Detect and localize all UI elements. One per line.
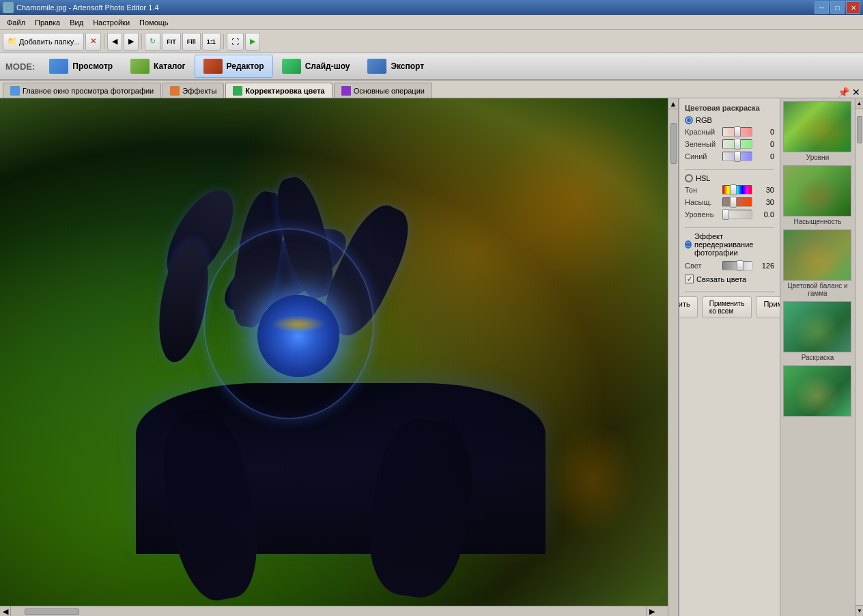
tab-bar: Главное окно просмотра фотографии Эффект… bbox=[0, 81, 863, 98]
tab-effects-icon bbox=[170, 86, 180, 96]
red-slider[interactable] bbox=[722, 127, 752, 137]
green-slider[interactable] bbox=[722, 139, 752, 149]
play-button[interactable]: ▶ bbox=[245, 33, 260, 51]
tab-effects[interactable]: Эффекты bbox=[162, 83, 224, 98]
zoom-1-1-button[interactable]: 1:1 bbox=[202, 33, 221, 51]
menu-help[interactable]: Помощь bbox=[135, 17, 173, 28]
vertical-scrollbar[interactable]: ▲ bbox=[668, 98, 678, 616]
hue-value: 30 bbox=[755, 186, 774, 194]
h-scroll-thumb[interactable] bbox=[25, 608, 79, 615]
menu-edit[interactable]: Правка bbox=[31, 17, 64, 28]
tab-basic-ops[interactable]: Основные операции bbox=[334, 83, 432, 98]
fit-button[interactable]: FIT bbox=[162, 33, 181, 51]
red-label: Красный bbox=[685, 128, 722, 136]
sidebar-scroll-up[interactable]: ▲ bbox=[855, 98, 863, 109]
red-value: 0 bbox=[755, 128, 774, 136]
main-image bbox=[0, 98, 678, 616]
apply-all-button[interactable]: Применить ко всем bbox=[702, 296, 752, 318]
scroll-right-button[interactable]: ▶ bbox=[646, 606, 657, 617]
extra-thumb-img bbox=[783, 365, 851, 417]
link-colors-label: Связать цвета bbox=[696, 275, 746, 283]
mode-editor-button[interactable]: Редактор bbox=[195, 55, 273, 78]
rgb-radio[interactable] bbox=[685, 116, 693, 124]
back-button[interactable]: ◀ bbox=[107, 33, 122, 51]
window-title: Chamomile.jpg - Artensoft Photo Editor 1… bbox=[16, 3, 159, 12]
reset-button[interactable]: Сбросить bbox=[679, 296, 698, 318]
panel-close-button[interactable]: ✕ bbox=[852, 87, 860, 98]
fill-button[interactable]: Fill bbox=[182, 33, 201, 51]
mode-slideshow-label: Слайд-шоу bbox=[305, 61, 350, 71]
sat-label: Насыщ. bbox=[685, 198, 722, 206]
levels-thumbnail[interactable]: Уровни bbox=[783, 101, 852, 161]
light-slider[interactable] bbox=[722, 261, 752, 270]
mode-view-label: Просмотр bbox=[72, 61, 113, 71]
sat-thumb-img bbox=[783, 165, 851, 216]
minimize-button[interactable]: ─ bbox=[815, 1, 829, 14]
scroll-up-button[interactable]: ▲ bbox=[668, 98, 678, 109]
refresh-button[interactable]: ↻ bbox=[145, 33, 160, 51]
tab-color-correction[interactable]: Корректировка цвета bbox=[225, 83, 332, 98]
panel-pin-button[interactable]: 📌 bbox=[838, 87, 849, 98]
tab-main-view[interactable]: Главное окно просмотра фотографии bbox=[3, 83, 161, 98]
link-colors-checkbox[interactable] bbox=[685, 275, 694, 283]
mode-bar: MODE: Просмотр Каталог Редактор Слайд-шо… bbox=[0, 53, 863, 81]
view-mode-icon bbox=[49, 59, 68, 74]
horizontal-scrollbar[interactable]: ◀ ▶ bbox=[0, 606, 668, 616]
mode-label: MODE: bbox=[5, 61, 35, 72]
add-folder-button[interactable]: 📁 Добавить папку... bbox=[3, 33, 84, 51]
sat-label-text: Насыщенность bbox=[783, 218, 852, 225]
extra-thumbnail[interactable] bbox=[783, 365, 852, 418]
editor-mode-icon bbox=[203, 59, 223, 74]
colorization-thumbnail[interactable]: Раскраска bbox=[783, 301, 852, 361]
app-icon bbox=[3, 2, 14, 13]
green-label: Зеленый bbox=[685, 140, 722, 148]
fullscreen-button[interactable]: ⛶ bbox=[227, 33, 244, 51]
maximize-button[interactable]: □ bbox=[830, 1, 845, 14]
level-label: Уровень bbox=[685, 210, 722, 219]
rgb-label: RGB bbox=[696, 116, 712, 124]
sat-slider[interactable] bbox=[722, 197, 752, 207]
sidebar-scroll-thumb[interactable] bbox=[857, 116, 862, 143]
hsl-label: HSL bbox=[696, 174, 710, 182]
menu-file[interactable]: Файл bbox=[3, 17, 29, 28]
sidebar-scroll-down[interactable]: ▼ bbox=[855, 605, 863, 616]
delete-icon: ✕ bbox=[90, 37, 96, 46]
col-label: Раскраска bbox=[783, 354, 852, 361]
apply-button[interactable]: Применить bbox=[756, 296, 780, 318]
mode-catalog-button[interactable]: Каталог bbox=[122, 55, 195, 78]
mode-slideshow-button[interactable]: Слайд-шоу bbox=[273, 55, 359, 78]
color-balance-thumbnail[interactable]: Цветовой баланс и гамма bbox=[783, 229, 852, 297]
scroll-left-button[interactable]: ◀ bbox=[0, 606, 11, 617]
mode-view-button[interactable]: Просмотр bbox=[40, 55, 122, 78]
hue-label: Тон bbox=[685, 186, 722, 194]
forward-button[interactable]: ▶ bbox=[124, 33, 139, 51]
overexpose-radio[interactable] bbox=[685, 240, 692, 249]
catalog-mode-icon bbox=[130, 59, 150, 74]
v-scroll-thumb[interactable] bbox=[670, 123, 677, 164]
add-folder-icon: 📁 bbox=[8, 37, 17, 46]
divider-1 bbox=[685, 169, 774, 170]
levels-thumb-img bbox=[783, 101, 851, 152]
hsl-radio[interactable] bbox=[685, 174, 693, 182]
sat-value: 30 bbox=[755, 198, 774, 206]
image-area: ◀ ▶ ▲ bbox=[0, 98, 679, 616]
sidebar-scrollbar[interactable]: ▲ ▼ bbox=[855, 98, 863, 616]
close-button[interactable]: ✕ bbox=[846, 1, 860, 14]
light-value: 126 bbox=[755, 262, 774, 270]
saturation-thumbnail[interactable]: Насыщенность bbox=[783, 165, 852, 225]
tab-basic-icon bbox=[341, 86, 351, 96]
green-value: 0 bbox=[755, 140, 774, 148]
light-label: Свет bbox=[685, 262, 722, 270]
mode-export-button[interactable]: Экспорт bbox=[358, 55, 433, 78]
color-correction-panel: Цветовая раскраска RGB Красный 0 bbox=[679, 98, 780, 616]
blue-slider[interactable] bbox=[722, 152, 752, 161]
toolbar: 📁 Добавить папку... ✕ ◀ ▶ ↻ FIT Fill 1:1… bbox=[0, 30, 863, 53]
panel-buttons: Сбросить Применить ко всем Применить bbox=[685, 292, 774, 322]
menu-settings[interactable]: Настройки bbox=[89, 17, 134, 28]
hue-slider[interactable] bbox=[722, 185, 752, 195]
blue-value: 0 bbox=[755, 152, 774, 160]
delete-button[interactable]: ✕ bbox=[85, 33, 101, 51]
level-slider[interactable] bbox=[722, 210, 752, 219]
menu-view[interactable]: Вид bbox=[66, 17, 87, 28]
right-panel: Цветовая раскраска RGB Красный 0 bbox=[679, 98, 863, 616]
